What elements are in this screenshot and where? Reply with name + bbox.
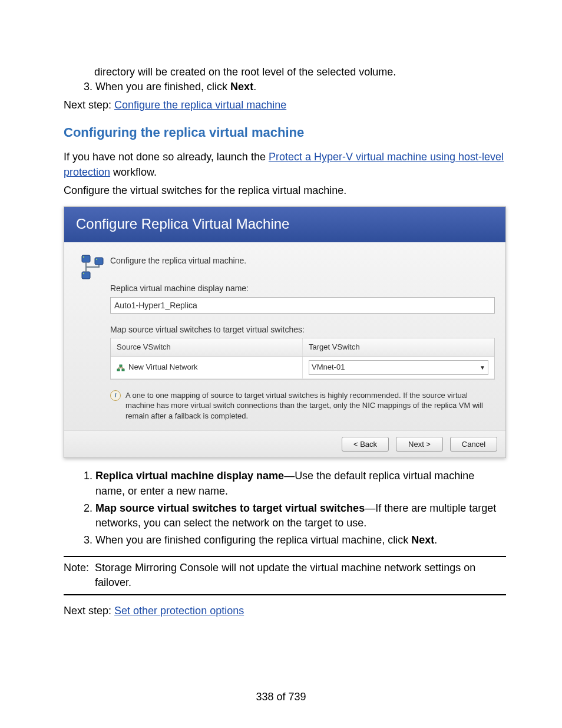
- col-source: Source VSwitch: [111, 338, 303, 356]
- display-name-label: Replica virtual machine display name:: [110, 283, 495, 295]
- col-target: Target VSwitch: [303, 338, 494, 356]
- svg-rect-2: [95, 258, 103, 265]
- svg-point-5: [83, 272, 84, 274]
- table-row: New Virtual Network VMnet-01 ▼: [111, 357, 494, 378]
- info-note: i A one to one mapping of source to targ…: [110, 390, 495, 421]
- svg-rect-0: [82, 255, 90, 262]
- list-item: Replica virtual machine display name—Use…: [95, 469, 506, 498]
- svg-rect-4: [82, 272, 90, 279]
- configure-replica-link[interactable]: Configure the replica virtual machine: [114, 99, 286, 111]
- intro-steps: When you are finished, click Next.: [64, 80, 506, 94]
- list-item: Map source virtual switches to target vi…: [95, 501, 506, 531]
- next-step-line-2: Next step: Set other protection options: [64, 604, 506, 618]
- switch-mapping-table: Source VSwitch Target VSwitch: [110, 338, 495, 379]
- next-step-line-1: Next step: Configure the replica virtual…: [64, 98, 506, 113]
- info-icon: i: [110, 390, 121, 401]
- network-icon: [117, 364, 125, 372]
- chevron-down-icon: ▼: [480, 364, 485, 372]
- set-other-options-link[interactable]: Set other protection options: [114, 605, 244, 617]
- source-vswitch-value: New Virtual Network: [128, 362, 198, 373]
- svg-point-3: [96, 258, 97, 259]
- cancel-button[interactable]: Cancel: [450, 437, 497, 452]
- list-item: When you are finished configuring the re…: [95, 533, 506, 548]
- back-button[interactable]: < Back: [342, 437, 389, 452]
- configure-replica-dialog: Configure Replica Virtual Machine Config…: [64, 206, 506, 458]
- note-block: Note: Storage Mirroring Console will not…: [64, 556, 506, 595]
- intro-paragraph-2: Configure the virtual switches for the r…: [64, 183, 506, 198]
- steps-list: Replica virtual machine display name—Use…: [64, 469, 506, 548]
- section-heading: Configuring the replica virtual machine: [64, 124, 506, 142]
- note-label: Note:: [64, 561, 89, 590]
- dialog-title: Configure Replica Virtual Machine: [64, 207, 505, 242]
- dialog-footer: < Back Next > Cancel: [64, 430, 505, 457]
- dialog-instruction: Configure the replica virtual machine.: [110, 255, 495, 267]
- svg-rect-8: [120, 365, 122, 367]
- map-switches-label: Map source virtual switches to target vi…: [110, 324, 495, 336]
- page-number: 338 of 739: [0, 690, 562, 704]
- display-name-input[interactable]: [110, 297, 495, 314]
- target-vswitch-dropdown[interactable]: VMnet-01 ▼: [309, 360, 488, 374]
- next-button[interactable]: Next >: [396, 437, 443, 452]
- svg-point-1: [83, 256, 84, 257]
- servers-icon: [75, 254, 110, 426]
- svg-rect-6: [117, 369, 120, 371]
- continuation-text: directory will be created on the root le…: [94, 65, 506, 80]
- svg-rect-7: [122, 369, 124, 371]
- note-text: Storage Mirroring Console will not updat…: [95, 561, 506, 590]
- intro-step-3: When you are finished, click Next.: [95, 80, 506, 94]
- intro-paragraph-1: If you have not done so already, launch …: [64, 150, 506, 179]
